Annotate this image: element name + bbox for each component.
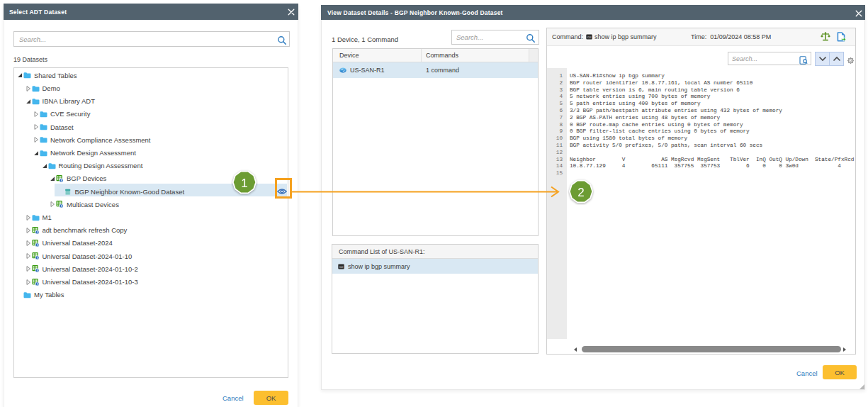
svg-text:1: 1 — [241, 177, 247, 190]
svg-text:2: 2 — [577, 186, 584, 199]
svg-text:CLI: CLI — [339, 265, 344, 268]
svg-text:CLI: CLI — [587, 36, 592, 39]
